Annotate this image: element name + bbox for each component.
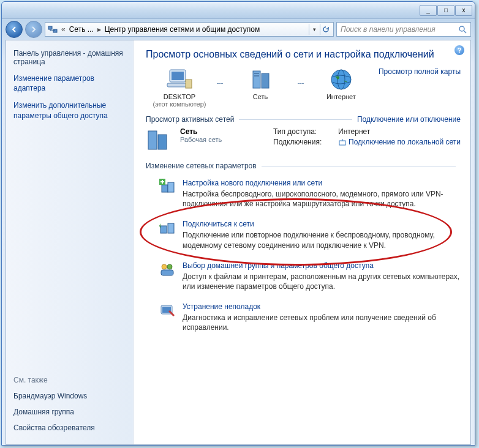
task-new-connection[interactable]: Настройка нового подключения или сети На… (159, 179, 461, 209)
network-map: DESKTOP (этот компьютер) Сеть Интернет П… (146, 67, 461, 108)
sidebar-link-firewall[interactable]: Брандмауэр Windows (13, 392, 126, 400)
page-title: Просмотр основных сведений о сети и наст… (146, 49, 461, 60)
sidebar-link-adapter-settings[interactable]: Изменение параметров адаптера (13, 73, 126, 93)
svg-point-25 (162, 264, 167, 269)
network-type-link[interactable]: Рабочая сеть (180, 136, 222, 143)
task-title[interactable]: Устранение неполадок (183, 302, 260, 311)
node-label: Интернет (326, 93, 356, 100)
main-panel: ? Просмотр основных сведений о сети и на… (134, 40, 470, 444)
node-sublabel: (этот компьютер) (153, 100, 206, 108)
new-connection-icon (159, 179, 175, 195)
connection-line (217, 83, 223, 84)
svg-rect-24 (168, 223, 174, 233)
nav-toolbar: « Сеть ... ▸ Центр управления сетями и о… (2, 19, 475, 40)
sidebar-link-homegroup[interactable]: Домашняя группа (13, 408, 126, 416)
forward-button[interactable] (25, 21, 42, 38)
active-networks-header: Просмотр активных сетей Подключение или … (146, 115, 461, 124)
back-button[interactable] (6, 21, 23, 38)
network-details: Тип доступа:Интернет Подключения: Подклю… (273, 127, 461, 149)
search-input[interactable]: Поиск в панели управления (336, 22, 471, 37)
breadcrumb-center[interactable]: Центр управления сетями и общим доступом (105, 25, 260, 34)
task-title[interactable]: Выбор домашней группы и параметров общег… (183, 261, 374, 270)
task-title[interactable]: Подключиться к сети (183, 220, 254, 228)
computer-icon (166, 67, 193, 92)
lan-icon (338, 138, 347, 147)
connect-disconnect-link[interactable]: Подключение или отключение (357, 115, 461, 124)
svg-rect-18 (162, 185, 168, 192)
maximize-button[interactable]: □ (437, 5, 454, 16)
svg-point-26 (167, 264, 172, 269)
task-homegroup-sharing[interactable]: Выбор домашней группы и параметров общег… (159, 261, 461, 291)
node-this-computer[interactable]: DESKTOP (этот компьютер) (146, 67, 213, 108)
breadcrumb-sep: « (60, 25, 67, 34)
svg-line-3 (464, 31, 466, 33)
svg-rect-15 (158, 135, 167, 149)
search-icon (458, 25, 467, 34)
node-label: DESKTOP (164, 93, 195, 100)
connect-network-icon (159, 220, 175, 236)
svg-point-2 (459, 26, 464, 31)
node-internet[interactable]: Интернет (307, 67, 375, 100)
group-title: Просмотр активных сетей (146, 115, 234, 124)
node-label: Сеть (253, 93, 268, 100)
sidebar: Панель управления - домашняя страница Из… (6, 40, 134, 444)
task-desc: Диагностика и исправление сетевых пробле… (183, 313, 461, 332)
address-bar[interactable]: « Сеть ... ▸ Центр управления сетями и о… (45, 22, 334, 37)
task-desc: Доступ к файлам и принтерам, расположенн… (183, 272, 461, 291)
view-full-map-link[interactable]: Просмотр полной карты (379, 67, 461, 76)
active-network-item: Сеть Рабочая сеть Тип доступа:Интернет П… (146, 127, 461, 153)
troubleshoot-icon (159, 302, 175, 318)
content-body: Панель управления - домашняя страница Из… (6, 40, 471, 445)
task-connect-network[interactable]: Подключиться к сети Подключение или повт… (159, 220, 461, 250)
svg-rect-16 (339, 141, 345, 145)
network-name: Сеть (180, 127, 222, 136)
globe-icon (328, 67, 355, 92)
close-button[interactable]: x (455, 5, 472, 16)
window-frame: _ □ x « Сеть ... ▸ Центр управления сетя… (1, 1, 475, 446)
address-dropdown-button[interactable]: ▾ (309, 24, 320, 35)
network-category-icon (146, 127, 172, 153)
task-desc: Настройка беспроводного, широкополосного… (183, 189, 461, 209)
task-desc: Подключение или повторное подключение к … (183, 230, 461, 250)
svg-rect-6 (167, 83, 188, 87)
node-network[interactable]: Сеть (227, 67, 294, 100)
help-button[interactable]: ? (454, 45, 464, 55)
svg-rect-19 (168, 182, 174, 192)
network-icon (48, 24, 58, 34)
svg-rect-7 (186, 80, 192, 88)
sidebar-link-sharing-settings[interactable]: Изменить дополнительные параметры общего… (13, 100, 126, 120)
titlebar: _ □ x (2, 2, 475, 19)
svg-rect-14 (148, 131, 157, 149)
task-title[interactable]: Настройка нового подключения или сети (183, 179, 322, 187)
detail-key-connections: Подключения: (273, 138, 334, 147)
task-troubleshoot[interactable]: Устранение неполадок Диагностика и испра… (159, 302, 461, 332)
change-settings-header: Изменение сетевых параметров (146, 162, 461, 170)
see-also-heading: См. также (13, 376, 126, 384)
homegroup-icon (159, 261, 175, 277)
search-placeholder: Поиск в панели управления (341, 25, 436, 34)
svg-rect-27 (161, 270, 173, 275)
network-node-icon (247, 67, 274, 92)
detail-val-access: Интернет (338, 127, 370, 136)
sidebar-home-link[interactable]: Панель управления - домашняя страница (13, 49, 126, 66)
minimize-button[interactable]: _ (420, 5, 437, 16)
breadcrumb-network[interactable]: Сеть ... (69, 25, 94, 34)
svg-point-12 (331, 70, 351, 89)
svg-rect-0 (48, 26, 52, 29)
connection-line (298, 83, 304, 84)
connection-link[interactable]: Подключение по локальной сети (338, 138, 461, 147)
refresh-button[interactable] (320, 24, 331, 35)
svg-rect-9 (262, 73, 269, 88)
detail-key-access: Тип доступа: (273, 127, 334, 136)
group-title: Изменение сетевых параметров (146, 162, 257, 170)
svg-rect-5 (172, 72, 184, 80)
svg-rect-23 (160, 226, 167, 233)
sidebar-link-internet-options[interactable]: Свойства обозревателя (13, 424, 126, 432)
breadcrumb-arrow-icon: ▸ (96, 25, 102, 34)
